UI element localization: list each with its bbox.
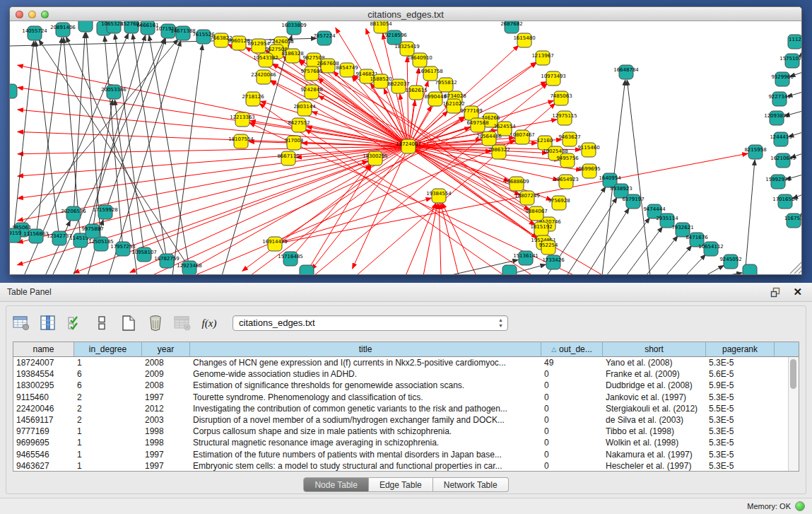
graph-node[interactable]: 9699695 <box>578 164 600 178</box>
table-cell-year[interactable]: 1997 <box>142 449 190 460</box>
column-header-pagerank[interactable]: pagerank <box>706 342 775 356</box>
graph-node[interactable]: 9495756 <box>556 153 579 168</box>
table-source-dropdown[interactable]: citations_edges.txt ▲▼ <box>233 315 508 331</box>
graph-node[interactable]: 10688609 <box>504 177 529 191</box>
graph-node[interactable]: 39159 <box>10 228 21 243</box>
graph-node[interactable]: 9115460 <box>577 143 599 157</box>
table-cell-title[interactable]: Changes of HCN gene expression and I(f) … <box>190 357 541 368</box>
table-cell-in_degree[interactable]: 2 <box>74 392 142 403</box>
table-cell-pagerank[interactable]: 5.9E-5 <box>706 380 775 391</box>
graph-node[interactable]: 16782759 <box>154 254 180 268</box>
graph-node[interactable]: 116753 <box>784 214 802 228</box>
graph-node[interactable]: 2687682 <box>500 21 522 33</box>
network-window-titlebar[interactable]: citations_edges.txt <box>10 7 801 21</box>
table-cell-short[interactable]: Franke et al. (2009) <box>603 368 706 380</box>
table-cell-year[interactable]: 2008 <box>142 380 190 391</box>
graph-node[interactable]: 18300295 <box>363 151 388 165</box>
graph-node[interactable]: 8215958 <box>744 145 766 159</box>
table-cell-pagerank[interactable]: 5.3E-5 <box>706 460 775 472</box>
table-cell-out_de[interactable]: 0 <box>541 414 603 426</box>
table-cell-title[interactable]: Investigating the contribution of common… <box>190 403 541 414</box>
table-cell-in_degree[interactable]: 6 <box>74 368 142 380</box>
table-cell-out_de[interactable]: 0 <box>541 368 603 380</box>
graph-node[interactable]: 1733426 <box>542 255 565 269</box>
table-cell-in_degree[interactable]: 1 <box>74 449 142 460</box>
table-cell-year[interactable]: 1998 <box>142 437 190 448</box>
table-cell-in_degree[interactable]: 6 <box>74 380 142 391</box>
table-row[interactable]: 911546021997Tourette syndrome. Phenomeno… <box>13 392 799 403</box>
column-select-icon[interactable] <box>39 315 57 332</box>
graph-node[interactable]: 1112 <box>788 35 802 49</box>
graph-node[interactable] <box>743 264 757 275</box>
table-row[interactable]: 977716911998Corpus callosum shape and si… <box>13 426 799 437</box>
graph-node[interactable]: 15751074 <box>779 54 802 68</box>
table-cell-year[interactable]: 2008 <box>142 357 190 368</box>
table-cell-title[interactable]: Disruption of a novel member of a sodium… <box>190 414 541 426</box>
table-cell-name[interactable]: 22420046 <box>13 403 74 414</box>
window-resize-grip[interactable] <box>790 262 801 274</box>
table-cell-title[interactable]: Corpus callosum shape and size in male p… <box>190 426 541 437</box>
graph-node[interactable]: 917004 <box>285 136 304 150</box>
graph-node[interactable]: 20891406 <box>50 23 76 37</box>
table-cell-short[interactable]: Dudbridge et al. (2008) <box>603 380 706 391</box>
float-panel-icon[interactable] <box>770 287 781 298</box>
table-cell-year[interactable]: 1997 <box>142 460 190 472</box>
graph-node[interactable]: 12213363 <box>230 112 255 127</box>
graph-node[interactable]: 9329966 <box>771 72 794 86</box>
table-cell-year[interactable]: 2009 <box>142 368 190 380</box>
table-cell-name[interactable]: 9463627 <box>13 460 74 472</box>
column-header-name[interactable]: name <box>13 342 74 356</box>
graph-node[interactable]: 6497568 <box>466 118 488 132</box>
table-row[interactable]: 2242004622012Investigating the contribut… <box>13 403 799 414</box>
table-cell-in_degree[interactable]: 1 <box>74 426 142 437</box>
table-cell-out_de[interactable]: 0 <box>541 392 603 403</box>
table-row[interactable]: 946362711997Embryonic stem cells: a mode… <box>13 460 799 472</box>
table-cell-short[interactable]: Tibbo et al. (1998) <box>603 426 706 437</box>
graph-node[interactable]: 7615526 <box>192 30 215 44</box>
column-header-in_degree[interactable]: in_degree <box>74 342 142 356</box>
graph-node[interactable]: 7955812 <box>435 78 457 92</box>
graph-node[interactable]: 16033809 <box>281 21 307 35</box>
table-cell-short[interactable]: Wolkin et al. (1998) <box>603 437 706 448</box>
table-cell-name[interactable]: 14569117 <box>13 414 74 426</box>
graph-node[interactable]: 18107554 <box>228 134 254 148</box>
table-cell-year[interactable]: 1998 <box>142 426 190 437</box>
table-row[interactable]: 946554611997Estimation of the future num… <box>13 449 799 460</box>
graph-node[interactable]: 19384554 <box>426 189 452 203</box>
table-cell-name[interactable]: 9699695 <box>13 437 74 448</box>
table-cell-in_degree[interactable]: 2 <box>74 414 142 426</box>
network-graph[interactable]: 1872400718300295881305416154807663822996… <box>10 21 802 275</box>
table-cell-title[interactable]: Tourette syndrome. Phenomenology and cla… <box>190 392 541 403</box>
column-header-out_de[interactable]: △out_de... <box>541 342 603 356</box>
table-cell-short[interactable]: Hescheler et al. (1997) <box>603 460 706 472</box>
graph-node[interactable]: 9227341 <box>768 92 790 106</box>
table-cell-pagerank[interactable]: 5.5E-5 <box>706 403 775 414</box>
table-cell-in_degree[interactable]: 1 <box>74 357 142 368</box>
table-cell-name[interactable]: 9777169 <box>13 426 74 437</box>
delete-table-icon[interactable] <box>146 315 165 332</box>
graph-node[interactable]: 17159928 <box>93 205 118 219</box>
new-table-icon[interactable] <box>119 315 138 332</box>
network-canvas[interactable]: 1872400718300295881305416154807663822996… <box>10 21 802 275</box>
table-cell-name[interactable]: 9115460 <box>13 392 74 403</box>
table-scrollbar-thumb[interactable] <box>790 359 796 389</box>
table-cell-short[interactable]: Yano et al. (2008) <box>603 357 706 368</box>
table-cell-out_de[interactable]: 0 <box>541 437 603 448</box>
graph-node[interactable]: 16210643 <box>770 153 796 168</box>
table-cell-pagerank[interactable]: 5.3E-5 <box>706 426 775 437</box>
graph-node[interactable]: 8454749 <box>336 63 358 77</box>
table-cell-in_degree[interactable]: 2 <box>74 403 142 414</box>
merge-rows-icon[interactable] <box>93 315 111 332</box>
graph-node[interactable]: 7485063 <box>550 91 572 105</box>
graph-node[interactable]: 9245052 <box>719 255 741 269</box>
graph-node[interactable]: 9463627 <box>558 132 580 146</box>
graph-node[interactable]: 20206576 <box>61 206 86 221</box>
table-cell-name[interactable]: 19384554 <box>13 368 74 380</box>
tab-network-table[interactable]: Network Table <box>433 477 509 492</box>
table-cell-year[interactable]: 2012 <box>142 403 190 414</box>
table-cell-name[interactable]: 18300295 <box>13 380 74 391</box>
table-cell-title[interactable]: Embryonic stem cells: a model to study s… <box>190 460 541 472</box>
tab-node-table[interactable]: Node Table <box>303 477 369 492</box>
table-cell-out_de[interactable]: 0 <box>541 460 603 472</box>
table-cell-year[interactable]: 1997 <box>142 392 190 403</box>
